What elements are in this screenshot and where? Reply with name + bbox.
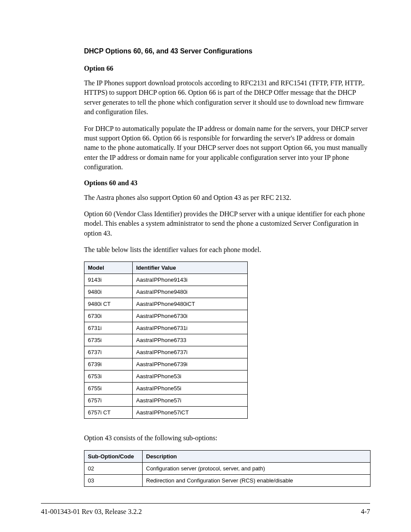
cell-code: 03 [84, 474, 143, 486]
cell-code: 02 [84, 462, 143, 474]
table-row: 9480iAastraIPPhone9480i [84, 286, 248, 298]
cell-model: 9480i [84, 286, 133, 298]
table-row: 6739iAastraIPPhone6739i [84, 358, 248, 370]
cell-value: AastraIPPhone55i [133, 383, 248, 395]
cell-model: 9480i CT [84, 298, 133, 310]
cell-value: AastraIPPhone57i [133, 395, 248, 407]
page: DHCP Options 60, 66, and 43 Server Confi… [0, 0, 411, 532]
table-row: 9143iAastraIPPhone9143i [84, 274, 248, 286]
cell-model: 6753i [84, 370, 133, 383]
cell-value: AastraIPPhone9480i [133, 286, 248, 298]
body-paragraph: Option 43 consists of the following sub-… [84, 433, 370, 443]
section-heading: DHCP Options 60, 66, and 43 Server Confi… [84, 47, 370, 55]
footer-right: 4-7 [361, 508, 370, 516]
cell-value: AastraIPPhone6733 [133, 334, 248, 346]
cell-model: 6730i [84, 310, 133, 322]
table-row: 9480i CTAastraIPPhone9480iCT [84, 298, 248, 310]
cell-value: AastraIPPhone6731i [133, 322, 248, 334]
footer-left: 41-001343-01 Rev 03, Release 3.2.2 [41, 508, 142, 516]
table-header: Model [84, 262, 133, 274]
cell-value: AastraIPPhone53i [133, 370, 248, 383]
table-row: 6757iAastraIPPhone57i [84, 395, 248, 407]
cell-model: 6735i [84, 334, 133, 346]
cell-value: AastraIPPhone9143i [133, 274, 248, 286]
table-row: 6757i CTAastraIPPhone57iCT [84, 407, 248, 419]
cell-model: 6757i [84, 395, 133, 407]
cell-value: AastraIPPhone6737i [133, 346, 248, 358]
body-paragraph: For DHCP to automatically populate the I… [84, 124, 370, 172]
cell-value: AastraIPPhone57iCT [133, 407, 248, 419]
table-row: 6737iAastraIPPhone6737i [84, 346, 248, 358]
cell-desc: Redirection and Configuration Server (RC… [143, 474, 371, 486]
table-header: Identifier Value [133, 262, 248, 274]
table-header: Sub-Option/Code [84, 450, 143, 462]
table-row: 6755iAastraIPPhone55i [84, 383, 248, 395]
body-paragraph: The Aastra phones also support Option 60… [84, 193, 370, 202]
cell-model: 6731i [84, 322, 133, 334]
table-row: 6753iAastraIPPhone53i [84, 370, 248, 383]
cell-value: AastraIPPhone9480iCT [133, 298, 248, 310]
identifier-table: Model Identifier Value 9143iAastraIPPhon… [84, 261, 248, 419]
page-footer: 41-001343-01 Rev 03, Release 3.2.2 4-7 [41, 503, 370, 516]
cell-value: AastraIPPhone6730i [133, 310, 248, 322]
cell-desc: Configuration server (protocol, server, … [143, 462, 371, 474]
table-row: 02Configuration server (protocol, server… [84, 462, 371, 474]
table-row: 6735iAastraIPPhone6733 [84, 334, 248, 346]
body-paragraph: The table below lists the identifier val… [84, 245, 370, 255]
table-row: 6731iAastraIPPhone6731i [84, 322, 248, 334]
suboption-table: Sub-Option/Code Description 02Configurat… [84, 450, 371, 487]
cell-model: 9143i [84, 274, 133, 286]
table-header: Description [143, 450, 371, 462]
body-paragraph: Option 60 (Vendor Class Identifier) prov… [84, 209, 370, 238]
table-row: 03Redirection and Configuration Server (… [84, 474, 371, 486]
cell-model: 6737i [84, 346, 133, 358]
table-row: 6730iAastraIPPhone6730i [84, 310, 248, 322]
cell-model: 6757i CT [84, 407, 133, 419]
cell-model: 6739i [84, 358, 133, 370]
option66-heading: Option 66 [84, 65, 370, 72]
cell-value: AastraIPPhone6739i [133, 358, 248, 370]
options6043-heading: Options 60 and 43 [84, 179, 370, 187]
body-paragraph: The IP Phones support download protocols… [84, 78, 370, 117]
cell-model: 6755i [84, 383, 133, 395]
